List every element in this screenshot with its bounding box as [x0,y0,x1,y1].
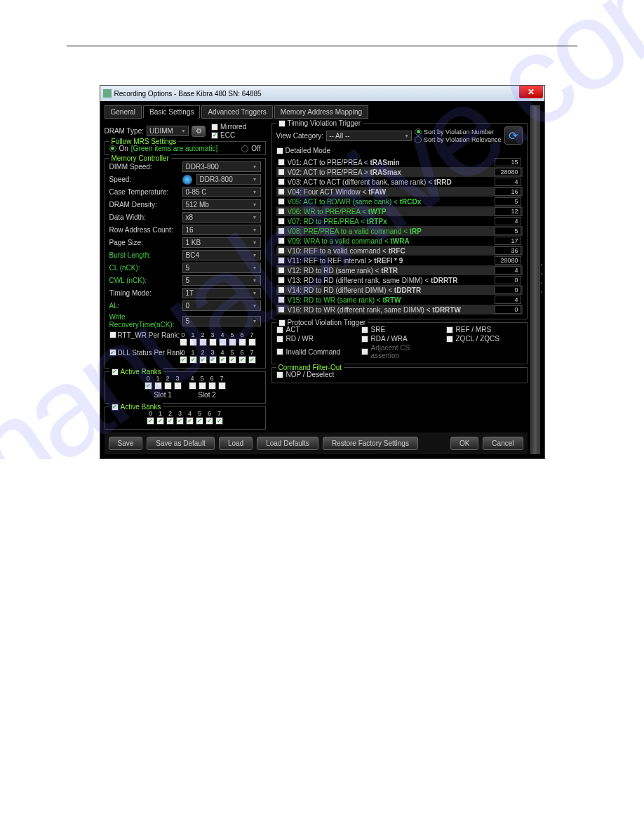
pvt-checkbox[interactable] [446,326,453,333]
mc-select[interactable]: DDR3-800 [196,174,261,185]
bit-checkbox[interactable] [239,356,246,364]
bit-checkbox[interactable] [180,356,187,364]
violation-value[interactable]: 5 [495,227,521,235]
violation-checkbox[interactable] [278,237,285,244]
bit-checkbox[interactable] [209,338,217,346]
bit-checkbox[interactable] [248,356,256,364]
violation-checkbox[interactable] [278,188,285,195]
violation-value[interactable]: 4 [495,178,521,186]
violation-checkbox[interactable] [278,296,285,303]
mc-select[interactable]: 0 [182,300,261,311]
save-as-default-button[interactable]: Save as Default [147,437,215,450]
save-button[interactable]: Save [109,437,143,450]
mc-select[interactable]: BC4 [182,250,261,260]
view-category-select[interactable]: -- All -- [326,131,412,141]
dram-type-select[interactable]: UDIMM [147,126,189,136]
bit-checkbox[interactable] [248,338,256,346]
restore-factory-button[interactable]: Restore Factory Settings [323,437,418,450]
tab-general[interactable]: General [105,105,142,119]
mc-select[interactable]: 5 [182,263,261,273]
pvt-checkbox[interactable] [276,348,283,355]
bit-checkbox[interactable] [239,338,246,346]
active-banks-checkbox[interactable] [112,404,119,411]
refresh-button[interactable]: ⟳ [504,126,523,145]
window-scrollbar[interactable]: ˄˄˄˄ [530,105,540,454]
violation-value[interactable]: 28080 [495,168,521,176]
load-button[interactable]: Load [219,437,253,450]
violation-checkbox[interactable] [278,247,285,254]
violation-value[interactable]: 28080 [495,256,521,265]
violation-checkbox[interactable] [278,178,285,185]
violation-checkbox[interactable] [278,218,285,225]
violation-value[interactable]: 5 [495,197,521,206]
bit-checkbox[interactable] [218,382,226,390]
bit-checkbox[interactable] [180,338,187,346]
ok-button[interactable]: OK [450,437,478,450]
bit-checkbox[interactable] [208,382,216,390]
bit-checkbox[interactable] [174,382,182,390]
timing-violation-trigger-checkbox[interactable] [279,120,286,127]
violation-value[interactable]: 0 [495,276,521,284]
bit-checkbox[interactable] [147,417,154,425]
protocol-violation-trigger-checkbox[interactable] [279,319,286,326]
violation-checkbox[interactable] [278,208,285,215]
load-defaults-button[interactable]: Load Defaults [257,437,318,450]
pvt-checkbox[interactable] [276,326,283,333]
violation-checkbox[interactable] [278,198,285,205]
violation-value[interactable]: 0 [495,305,521,314]
violation-checkbox[interactable] [278,168,285,176]
pvt-checkbox[interactable] [276,336,283,343]
tab-memory-address-mapping[interactable]: Memory Address Mapping [274,105,368,119]
mc-select[interactable]: 0-85 C [182,187,261,197]
close-button[interactable]: ✕ [519,86,543,98]
bit-checkbox[interactable] [145,382,152,390]
mc-select[interactable]: 5 [182,275,261,286]
bit-checkbox[interactable] [164,382,172,390]
violation-value[interactable]: 0 [495,286,521,294]
bit-checkbox[interactable] [206,417,213,425]
bit-checkbox[interactable] [199,356,207,364]
mc-select[interactable]: 1 KB [182,237,261,248]
mrs-off-radio[interactable] [241,145,248,152]
bit-checkbox[interactable] [219,356,227,364]
sort-by-number-radio[interactable] [415,128,422,135]
bit-checkbox[interactable] [196,417,203,425]
bit-checkbox[interactable] [215,417,223,425]
violation-checkbox[interactable] [278,267,285,274]
bit-checkbox[interactable] [189,356,197,364]
violation-checkbox[interactable] [278,227,285,234]
violation-checkbox[interactable] [278,159,285,166]
bit-checkbox[interactable] [229,356,236,364]
violation-value[interactable]: 4 [495,296,521,304]
bit-checkbox[interactable] [229,338,236,346]
mc-select[interactable]: 1T [182,288,261,298]
mc-select[interactable]: 512 Mb [182,199,261,210]
bit-checkbox[interactable] [199,338,207,346]
violation-checkbox[interactable] [278,306,285,313]
violation-value[interactable]: 15 [495,158,521,166]
bit-checkbox[interactable] [186,417,194,425]
violation-value[interactable]: 36 [495,246,521,255]
bit-checkbox[interactable] [199,382,206,390]
mirrored-checkbox[interactable] [211,124,218,131]
bit-checkbox[interactable] [156,417,164,425]
mc-select[interactable]: x8 [182,212,261,223]
sort-by-relevance-radio[interactable] [415,136,422,143]
pvt-checkbox[interactable] [361,326,368,333]
violation-checkbox[interactable] [278,286,285,293]
rtt-wr-checkbox[interactable] [109,331,116,338]
bit-checkbox[interactable] [219,338,227,346]
mc-select[interactable]: 16 [182,225,261,235]
dll-status-checkbox[interactable] [109,349,116,356]
ecc-checkbox[interactable] [211,132,218,139]
detailed-mode-checkbox[interactable] [276,147,283,154]
mc-select[interactable]: DDR3-800 [182,161,261,172]
violation-value[interactable]: 4 [495,266,521,274]
mc-select[interactable]: 5 [182,316,261,326]
nop-deselect-checkbox[interactable] [276,371,283,378]
cancel-button[interactable]: Cancel [483,437,523,450]
violation-checkbox[interactable] [278,257,285,264]
violation-value[interactable]: 17 [495,237,521,245]
bit-checkbox[interactable] [189,382,196,390]
tab-advanced-triggers[interactable]: Advanced Triggers [201,105,272,119]
